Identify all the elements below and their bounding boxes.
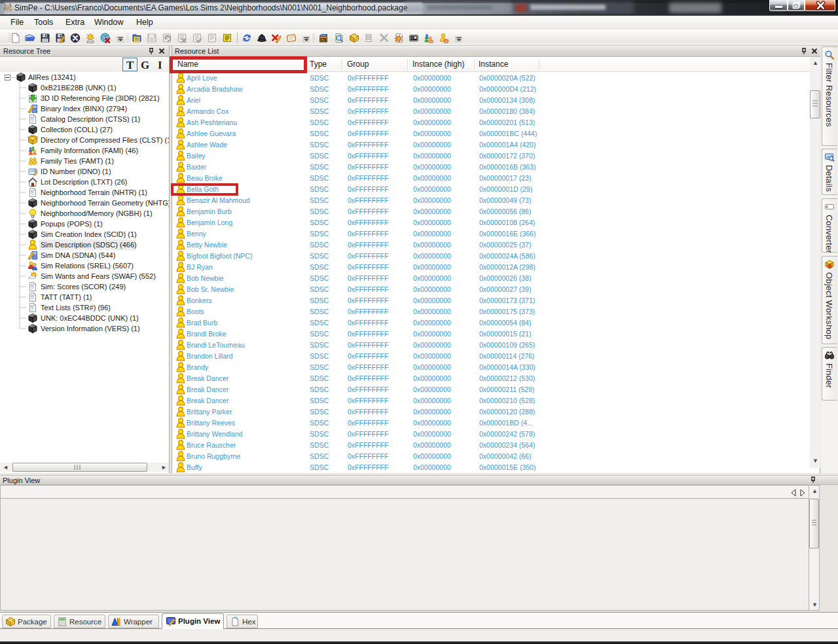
svg-text:S: S — [5, 3, 10, 13]
